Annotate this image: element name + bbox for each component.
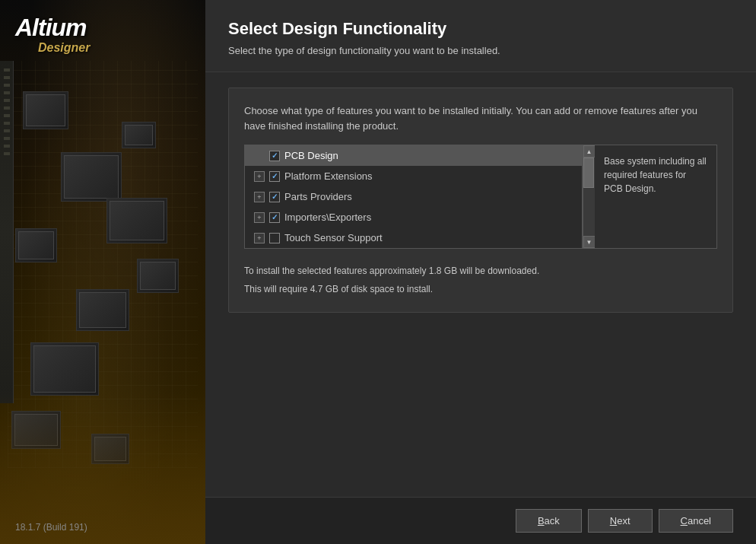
chip-decoration: [76, 289, 129, 331]
scrollbar-thumb[interactable]: [583, 157, 594, 188]
sidebar: Altium Designer 18.1.7 (Build 191): [0, 0, 205, 544]
features-container: PCB Design + Platform Extensions + Parts…: [244, 145, 717, 249]
feature-label-pcb-design: PCB Design: [284, 150, 573, 161]
features-scrollbar[interactable]: ▲ ▼: [583, 145, 595, 248]
chip-decoration: [137, 259, 179, 293]
page-title: Select Design Functionality: [228, 19, 733, 39]
scroll-up-button[interactable]: ▲: [583, 145, 596, 157]
checkbox-parts-providers[interactable]: [269, 192, 280, 202]
chip-decoration: [30, 342, 99, 396]
back-button[interactable]: Back: [516, 509, 582, 533]
footer: Back Next Cancel: [205, 497, 756, 544]
feature-item-importers-exporters[interactable]: + Importers\Exporters: [245, 207, 582, 227]
expand-touch-sensor[interactable]: +: [254, 233, 265, 243]
feature-label-importers-exporters: Importers\Exporters: [284, 212, 573, 223]
feature-label-platform-extensions: Platform Extensions: [284, 170, 573, 182]
main-panel: Select Design Functionality Select the t…: [205, 0, 756, 544]
page-subtitle: Select the type of design functionality …: [228, 45, 733, 56]
checkbox-pcb-design[interactable]: [269, 151, 280, 161]
scrollbar-track[interactable]: [583, 157, 595, 236]
checkbox-importers-exporters[interactable]: [269, 212, 280, 223]
header: Select Design Functionality Select the t…: [205, 0, 756, 72]
checkbox-platform-extensions[interactable]: [269, 171, 280, 182]
feature-description: Base system including all required featu…: [595, 145, 716, 248]
chip-decoration: [122, 122, 156, 148]
chip-decoration: [15, 228, 57, 262]
instruction-text: Choose what type of features you want to…: [244, 103, 717, 133]
content-area: Choose what type of features you want to…: [205, 72, 756, 497]
scroll-down-button[interactable]: ▼: [583, 236, 596, 248]
chip-decoration: [106, 198, 167, 243]
expand-parts-providers[interactable]: +: [254, 192, 265, 202]
checkbox-touch-sensor[interactable]: [269, 233, 280, 243]
ram-stick: [0, 61, 14, 403]
feature-item-platform-extensions[interactable]: + Platform Extensions: [245, 166, 582, 186]
chip-decoration: [61, 152, 122, 202]
install-info-line1: To install the selected features approxi…: [244, 260, 717, 278]
expand-importers-exporters[interactable]: +: [254, 212, 265, 223]
feature-item-touch-sensor[interactable]: + Touch Sensor Support: [245, 227, 582, 248]
install-info-line2: This will require 4.7 GB of disk space t…: [244, 278, 717, 297]
sidebar-logo: Altium Designer: [15, 15, 90, 55]
feature-label-touch-sensor: Touch Sensor Support: [284, 232, 573, 243]
logo-designer: Designer: [15, 41, 90, 55]
install-info: To install the selected features approxi…: [244, 260, 717, 297]
next-button[interactable]: Next: [588, 509, 653, 533]
expand-platform-extensions[interactable]: +: [254, 171, 265, 182]
feature-item-pcb-design[interactable]: PCB Design: [245, 145, 582, 166]
feature-item-parts-providers[interactable]: + Parts Providers: [245, 186, 582, 207]
cancel-button[interactable]: Cancel: [659, 509, 733, 533]
features-section: Choose what type of features you want to…: [228, 87, 733, 313]
feature-label-parts-providers: Parts Providers: [284, 191, 573, 202]
version-label: 18.1.7 (Build 191): [15, 522, 87, 533]
logo-altium: Altium: [15, 15, 90, 40]
gold-gradient: [0, 392, 205, 544]
features-list: PCB Design + Platform Extensions + Parts…: [245, 145, 583, 248]
chip-decoration: [23, 91, 68, 129]
